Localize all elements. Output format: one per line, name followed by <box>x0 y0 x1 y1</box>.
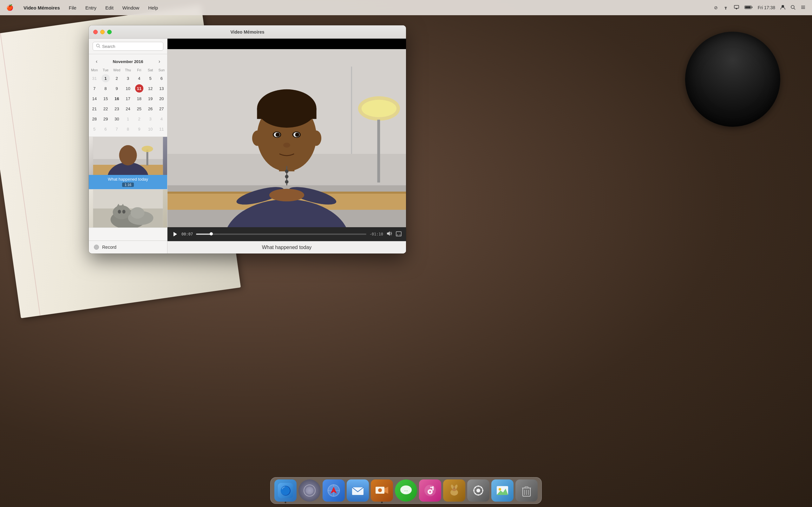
play-button[interactable] <box>172 231 178 237</box>
cal-day-5-3[interactable]: 8 <box>122 124 134 134</box>
calendar-prev-button[interactable]: ‹ <box>94 58 99 65</box>
user-icon[interactable] <box>780 5 785 11</box>
search-wrapper[interactable] <box>93 42 163 51</box>
cal-day-0-0[interactable]: 31 <box>89 73 100 83</box>
cal-day-5-6[interactable]: 11 <box>156 124 167 134</box>
cal-day-3-5[interactable]: 26 <box>145 104 156 114</box>
cal-day-4-3[interactable]: 1 <box>122 114 134 124</box>
cal-day-4-0[interactable]: 28 <box>89 114 100 124</box>
cal-day-4-6[interactable]: 4 <box>156 114 167 124</box>
dock-icon-video-memoires[interactable] <box>371 480 393 502</box>
dock-icon-finder[interactable]: 🔵 <box>274 480 297 502</box>
airplay-icon[interactable] <box>734 5 740 10</box>
svg-marker-79 <box>385 487 388 494</box>
menubar-window[interactable]: Window <box>119 4 143 12</box>
cal-day-3-6[interactable]: 27 <box>156 104 167 114</box>
entry-thumbnail-2 <box>89 189 167 228</box>
cal-day-1-4[interactable]: 11 <box>134 83 145 94</box>
cal-header-fri: Fri <box>134 67 145 73</box>
svg-line-7 <box>794 8 795 9</box>
progress-bar[interactable] <box>196 233 366 235</box>
dock-icon-system-prefs[interactable] <box>467 480 490 502</box>
cal-day-5-2[interactable]: 7 <box>111 124 122 134</box>
window-controls <box>93 30 112 34</box>
cal-day-5-1[interactable]: 6 <box>100 124 111 134</box>
cal-day-2-2[interactable]: 16 <box>111 94 122 104</box>
cal-day-2-0[interactable]: 14 <box>89 94 100 104</box>
fullscreen-button[interactable] <box>396 231 402 237</box>
entry-item-2[interactable] <box>89 189 167 228</box>
cal-day-3-0[interactable]: 21 <box>89 104 100 114</box>
dock-icon-photos[interactable] <box>491 480 513 502</box>
cal-day-1-2[interactable]: 9 <box>111 83 122 94</box>
cal-day-2-1[interactable]: 15 <box>100 94 111 104</box>
end-time: -01:10 <box>369 232 383 236</box>
cal-day-0-4[interactable]: 4 <box>134 73 145 83</box>
cal-day-5-5[interactable]: 10 <box>145 124 156 134</box>
cal-day-4-1[interactable]: 29 <box>100 114 111 124</box>
minimize-button[interactable] <box>100 30 105 34</box>
dock-icon-siri[interactable] <box>299 480 321 502</box>
cal-day-4-5[interactable]: 3 <box>145 114 156 124</box>
wifi-icon[interactable] <box>723 5 728 10</box>
calendar-next-button[interactable]: › <box>157 58 162 65</box>
cal-day-1-5[interactable]: 12 <box>145 83 156 94</box>
cal-day-4-2[interactable]: 30 <box>111 114 122 124</box>
calendar-grid: Mon Tue Wed Thu Fri Sat Sun 311234567891… <box>89 67 167 134</box>
video-title-bar: What happened today <box>167 241 406 253</box>
search-icon <box>96 44 100 49</box>
cal-day-0-6[interactable]: 6 <box>156 73 167 83</box>
menubar-entry[interactable]: Entry <box>82 4 100 12</box>
cal-day-2-5[interactable]: 19 <box>145 94 156 104</box>
dock-icon-itunes[interactable] <box>419 480 441 502</box>
svg-line-104 <box>475 493 476 494</box>
cal-day-3-2[interactable]: 23 <box>111 104 122 114</box>
battery-icon <box>745 5 753 10</box>
cal-day-0-1[interactable]: 1 <box>100 73 111 83</box>
entry-duration-1: 1:16 <box>122 182 134 187</box>
cal-day-5-4[interactable]: 9 <box>134 124 145 134</box>
menubar-file[interactable]: File <box>65 4 80 12</box>
dock-icon-trash[interactable] <box>515 480 538 502</box>
entry-item-1[interactable]: What happened today 1:16 <box>89 137 167 189</box>
search-input[interactable] <box>102 44 160 49</box>
svg-rect-1 <box>734 5 739 8</box>
close-button[interactable] <box>93 30 98 34</box>
apple-menu[interactable]: 🍎 <box>6 4 13 11</box>
volume-button[interactable] <box>386 231 393 237</box>
cal-day-1-6[interactable]: 13 <box>156 83 167 94</box>
cal-day-2-3[interactable]: 17 <box>122 94 134 104</box>
progress-handle[interactable] <box>210 232 213 235</box>
cal-day-0-2[interactable]: 2 <box>111 73 122 83</box>
dock-icon-safari[interactable] <box>322 480 345 502</box>
video-container[interactable] <box>167 39 406 227</box>
cal-day-2-6[interactable]: 20 <box>156 94 167 104</box>
cal-day-3-1[interactable]: 22 <box>100 104 111 114</box>
dock-icon-squirrel[interactable] <box>443 480 465 502</box>
notification-center-icon[interactable] <box>801 5 806 11</box>
svg-point-11 <box>96 44 99 47</box>
cal-day-0-5[interactable]: 5 <box>145 73 156 83</box>
cal-day-3-4[interactable]: 25 <box>134 104 145 114</box>
svg-rect-34 <box>351 66 352 154</box>
dock-icon-messages[interactable]: ... <box>395 480 417 502</box>
maximize-button[interactable] <box>107 30 112 34</box>
menubar-help[interactable]: Help <box>144 4 162 12</box>
dock-icon-mail[interactable] <box>347 480 369 502</box>
cal-day-2-4[interactable]: 18 <box>134 94 145 104</box>
svg-point-106 <box>499 488 501 491</box>
menubar-edit[interactable]: Edit <box>101 4 117 12</box>
cal-day-5-0[interactable]: 5 <box>89 124 100 134</box>
cal-day-3-3[interactable]: 24 <box>122 104 134 114</box>
spotlight-icon[interactable] <box>791 5 796 11</box>
cal-header-sat: Sat <box>145 67 156 73</box>
svg-point-19 <box>142 146 153 152</box>
menubar-app-name[interactable]: Video Mémoires <box>20 4 64 12</box>
cal-day-1-0[interactable]: 7 <box>89 83 100 94</box>
cal-day-1-3[interactable]: 10 <box>122 83 134 94</box>
record-bar[interactable]: Record <box>89 240 167 253</box>
cal-day-0-3[interactable]: 3 <box>122 73 134 83</box>
cal-day-4-4[interactable]: 2 <box>134 114 145 124</box>
svg-point-37 <box>362 100 397 117</box>
cal-day-1-1[interactable]: 8 <box>100 83 111 94</box>
